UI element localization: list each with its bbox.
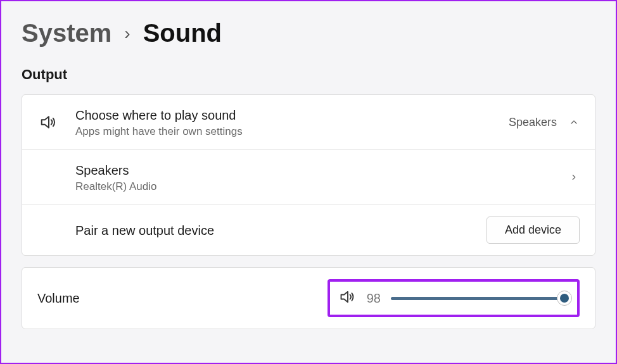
device-driver: Realtek(R) Audio	[75, 180, 568, 193]
volume-card: Volume 98	[22, 267, 595, 329]
volume-value: 98	[367, 291, 381, 306]
chevron-up-icon	[568, 116, 580, 128]
pair-device-title: Pair a new output device	[75, 222, 487, 239]
chevron-right-icon	[568, 172, 580, 183]
chevron-right-icon: ›	[124, 23, 130, 44]
volume-controls-highlight: 98	[328, 279, 580, 317]
speaker-icon[interactable]	[339, 288, 357, 308]
output-section-title: Output	[22, 66, 595, 83]
choose-output-row[interactable]: Choose where to play sound Apps might ha…	[22, 95, 595, 150]
choose-output-title: Choose where to play sound	[75, 106, 509, 124]
pair-device-row: Pair a new output device Add device	[22, 205, 595, 255]
breadcrumb-parent[interactable]: System	[22, 19, 111, 47]
volume-slider[interactable]	[391, 292, 568, 304]
add-device-button[interactable]: Add device	[487, 217, 580, 244]
output-device-group: Choose where to play sound Apps might ha…	[22, 94, 595, 256]
speaker-icon	[37, 113, 60, 132]
choose-output-selected: Speakers	[509, 116, 557, 129]
speakers-device-row[interactable]: Speakers Realtek(R) Audio	[22, 150, 595, 205]
device-name: Speakers	[75, 161, 568, 179]
slider-track	[391, 297, 568, 300]
breadcrumb: System › Sound	[22, 19, 595, 47]
breadcrumb-current: Sound	[143, 19, 222, 47]
volume-label: Volume	[37, 291, 80, 306]
slider-thumb[interactable]	[557, 291, 572, 306]
choose-output-subtitle: Apps might have their own settings	[75, 125, 509, 138]
